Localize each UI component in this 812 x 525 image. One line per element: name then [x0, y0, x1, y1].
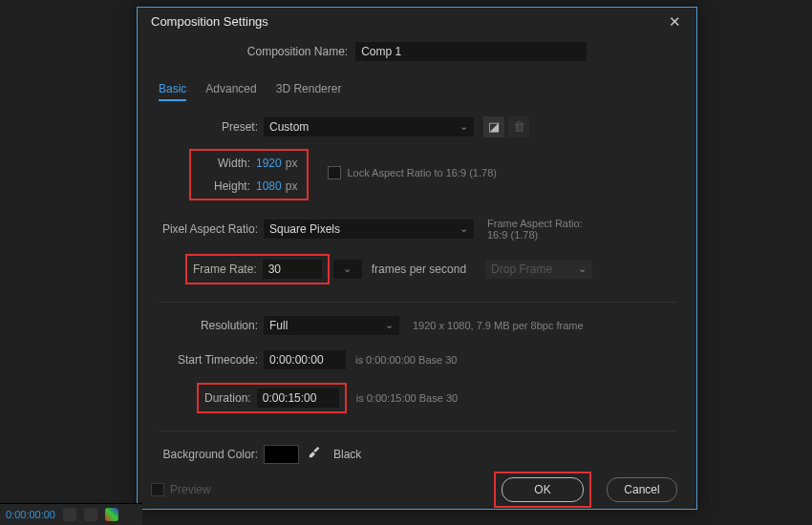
- lock-aspect-checkbox[interactable]: [328, 166, 341, 179]
- start-tc-note: is 0:00:00:00 Base 30: [355, 354, 457, 366]
- preset-value: Custom: [269, 120, 309, 134]
- cloud-icon[interactable]: [84, 508, 97, 521]
- width-unit: px: [286, 157, 298, 170]
- chevron-down-icon: ⌄: [459, 120, 468, 133]
- trash-icon[interactable]: 🗑: [508, 116, 529, 137]
- height-label: Height:: [197, 179, 250, 193]
- bgcolor-swatch[interactable]: [264, 445, 299, 464]
- chevron-down-icon: ⌄: [578, 262, 587, 275]
- width-value[interactable]: 1920: [256, 157, 282, 170]
- width-label: Width:: [197, 157, 250, 170]
- bgcolor-name: Black: [333, 448, 361, 461]
- duration-highlight: Duration:: [197, 383, 347, 413]
- far-label: Frame Aspect Ratio:: [487, 218, 583, 229]
- tabs: Basic Advanced 3D Renderer: [151, 74, 683, 101]
- duration-input[interactable]: [257, 388, 339, 408]
- fps-input[interactable]: [263, 260, 322, 279]
- duration-note: is 0:00:15:00 Base 30: [356, 392, 458, 404]
- par-label: Pixel Aspect Ratio:: [151, 222, 258, 236]
- ok-button[interactable]: OK: [502, 477, 584, 502]
- lock-aspect-row: Lock Aspect Ratio to 16:9 (1.78): [328, 166, 497, 179]
- preview-checkbox[interactable]: [151, 483, 164, 496]
- resolution-note: 1920 x 1080, 7.9 MB per 8bpc frame: [413, 320, 584, 331]
- eyedropper-icon[interactable]: [309, 446, 322, 462]
- start-tc-input[interactable]: [264, 350, 346, 369]
- dialog-footer: Preview OK Cancel: [138, 472, 696, 509]
- comp-name-input[interactable]: [355, 42, 587, 61]
- tab-3d-renderer[interactable]: 3D Renderer: [276, 82, 342, 101]
- tab-basic[interactable]: Basic: [159, 82, 186, 101]
- save-preset-icon[interactable]: ◪: [483, 116, 504, 137]
- rgb-icon[interactable]: [105, 508, 118, 521]
- far-block: Frame Aspect Ratio: 16:9 (1.78): [487, 218, 583, 241]
- resolution-select[interactable]: Full ⌄: [264, 316, 399, 335]
- duration-label: Duration:: [204, 391, 251, 405]
- fps-highlight: Frame Rate:: [185, 254, 330, 284]
- preview-label: Preview: [170, 483, 211, 496]
- timeline-timecode[interactable]: 0:00:00:00: [6, 509, 55, 520]
- close-icon[interactable]: ✕: [663, 11, 687, 32]
- bgcolor-label: Background Color:: [151, 448, 258, 461]
- chevron-down-icon: ⌄: [385, 319, 394, 331]
- cancel-button[interactable]: Cancel: [607, 477, 677, 502]
- camera-icon[interactable]: [63, 508, 76, 521]
- dialog-body: Composition Name: Basic Advanced 3D Rend…: [138, 36, 696, 472]
- dialog-titlebar: Composition Settings ✕: [138, 8, 696, 36]
- resolution-value: Full: [269, 319, 288, 332]
- height-value[interactable]: 1080: [256, 179, 282, 193]
- preview-row: Preview: [151, 483, 211, 496]
- preset-label: Preset:: [151, 120, 258, 134]
- comp-name-label: Composition Name:: [247, 45, 348, 58]
- dimensions-highlight: Width: 1920 px Height: 1080 px: [189, 149, 309, 200]
- fps-unit: frames per second: [372, 262, 466, 276]
- preset-select[interactable]: Custom ⌄: [264, 117, 474, 136]
- dialog-title: Composition Settings: [151, 14, 268, 29]
- resolution-label: Resolution:: [151, 319, 258, 332]
- timeline-strip: 0:00:00:00: [0, 503, 142, 525]
- far-value: 16:9 (1.78): [487, 229, 583, 241]
- lock-aspect-label: Lock Aspect Ratio to 16:9 (1.78): [347, 167, 497, 178]
- separator: [159, 302, 675, 303]
- start-tc-label: Start Timecode:: [151, 353, 258, 367]
- composition-settings-dialog: Composition Settings ✕ Composition Name:…: [137, 7, 697, 510]
- fps-dropdown-icon[interactable]: ⌄: [333, 260, 362, 279]
- dropframe-value: Drop Frame: [491, 262, 552, 276]
- par-value: Square Pixels: [269, 222, 340, 236]
- ok-highlight: OK: [494, 472, 591, 508]
- tab-advanced[interactable]: Advanced: [205, 82, 256, 101]
- par-select[interactable]: Square Pixels ⌄: [264, 220, 474, 239]
- dropframe-select: Drop Frame ⌄: [485, 260, 592, 279]
- fps-label: Frame Rate:: [193, 262, 257, 276]
- height-unit: px: [286, 179, 298, 193]
- chevron-down-icon: ⌄: [459, 222, 468, 235]
- separator: [159, 430, 675, 431]
